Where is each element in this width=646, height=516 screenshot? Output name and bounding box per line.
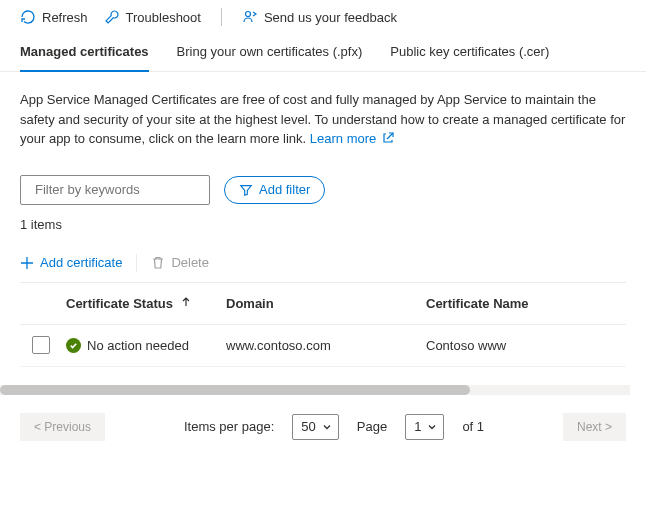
item-count: 1 items [0,211,646,246]
chevron-down-icon [322,422,332,432]
svg-point-0 [245,12,250,17]
header-status[interactable]: Certificate Status [60,286,220,321]
pager: < Previous Items per page: 50 Page 1 of … [0,395,646,459]
description-text: App Service Managed Certificates are fre… [0,72,646,157]
feedback-icon [242,9,258,25]
tab-bar: Managed certificates Bring your own cert… [0,34,646,72]
toolbar-divider [221,8,222,26]
filter-row: Add filter [0,157,646,211]
delete-button: Delete [151,255,209,270]
items-per-page-select[interactable]: 50 [292,414,338,440]
next-page-button[interactable]: Next > [563,413,626,441]
table-header-row: Certificate Status Domain Certificate Na… [20,283,626,325]
plus-icon [20,256,34,270]
filter-input[interactable] [35,182,203,197]
refresh-button[interactable]: Refresh [20,9,88,25]
filter-search[interactable] [20,175,210,205]
row-checkbox-cell [20,326,60,364]
add-filter-label: Add filter [259,182,310,197]
add-certificate-label: Add certificate [40,255,122,270]
add-filter-button[interactable]: Add filter [224,176,325,204]
feedback-label: Send us your feedback [264,10,397,25]
row-checkbox[interactable] [32,336,50,354]
action-divider [136,254,137,272]
header-status-label: Certificate Status [66,296,173,311]
filter-icon [239,183,253,197]
external-link-icon [382,132,394,144]
wrench-icon [104,9,120,25]
refresh-label: Refresh [42,10,88,25]
previous-page-button[interactable]: < Previous [20,413,105,441]
refresh-icon [20,9,36,25]
page-select[interactable]: 1 [405,414,444,440]
row-domain-cell: www.contoso.com [220,328,420,363]
tab-label: Public key certificates (.cer) [390,44,549,59]
items-per-page-label: Items per page: [184,419,274,434]
status-ok-icon [66,338,81,353]
delete-label: Delete [171,255,209,270]
action-bar: Add certificate Delete [0,246,646,282]
certificates-table: Certificate Status Domain Certificate Na… [20,282,626,367]
chevron-down-icon [427,422,437,432]
header-name[interactable]: Certificate Name [420,286,626,321]
row-status-cell: No action needed [60,328,220,363]
items-per-page-value: 50 [301,419,315,434]
tab-bring-your-own-certificates[interactable]: Bring your own certificates (.pfx) [177,34,363,71]
tab-managed-certificates[interactable]: Managed certificates [20,34,149,71]
horizontal-scrollbar[interactable] [0,385,630,395]
page-of-label: of 1 [462,419,484,434]
sort-asc-icon [181,297,191,307]
tab-public-key-certificates[interactable]: Public key certificates (.cer) [390,34,549,71]
troubleshoot-label: Troubleshoot [126,10,201,25]
learn-more-link[interactable]: Learn more [310,131,394,146]
header-domain[interactable]: Domain [220,286,420,321]
command-bar: Refresh Troubleshoot Send us your feedba… [0,0,646,34]
row-status-text: No action needed [87,338,189,353]
header-name-label: Certificate Name [426,296,529,311]
row-name-cell: Contoso www [420,328,626,363]
scrollbar-thumb[interactable] [0,385,470,395]
header-checkbox-cell [20,293,60,313]
header-domain-label: Domain [226,296,274,311]
tab-label: Managed certificates [20,44,149,59]
table-row[interactable]: No action needed www.contoso.com Contoso… [20,325,626,367]
troubleshoot-button[interactable]: Troubleshoot [104,9,201,25]
learn-more-label: Learn more [310,131,376,146]
feedback-button[interactable]: Send us your feedback [242,9,397,25]
page-label: Page [357,419,387,434]
page-value: 1 [414,419,421,434]
tab-label: Bring your own certificates (.pfx) [177,44,363,59]
trash-icon [151,256,165,270]
add-certificate-button[interactable]: Add certificate [20,255,122,270]
